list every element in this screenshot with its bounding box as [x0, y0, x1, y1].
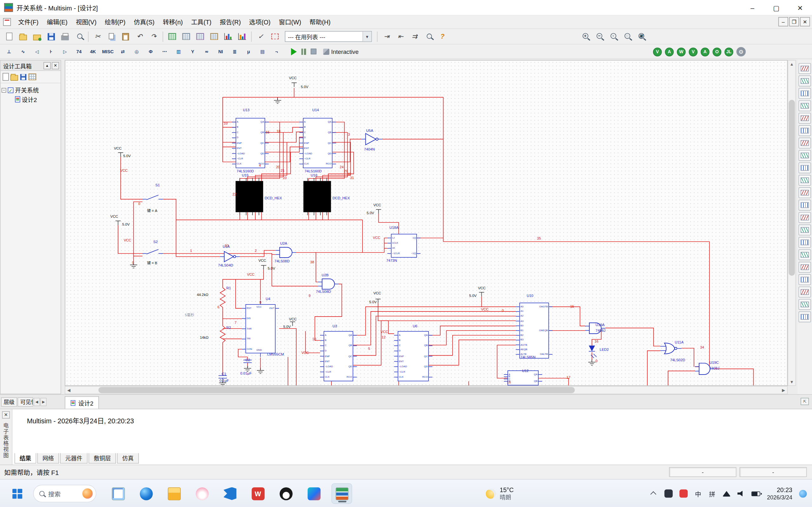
media-app-icon[interactable]: [304, 483, 324, 504]
menu-item-8[interactable]: 选项(O): [245, 15, 275, 29]
mdi-minimize-button[interactable]: –: [778, 17, 788, 26]
scroll-up-arrow[interactable]: ▲: [788, 60, 796, 68]
export-icon[interactable]: ⇥: [380, 31, 393, 43]
paste-icon[interactable]: [119, 31, 132, 43]
menu-item-1[interactable]: 编辑(E): [43, 15, 71, 29]
place-peripherals-icon[interactable]: ▥: [172, 46, 185, 58]
horizontal-scrollbar[interactable]: ◀ ▶: [65, 386, 788, 394]
forward-annotate-icon[interactable]: ⇉: [408, 31, 421, 43]
scroll-right-arrow[interactable]: ▶: [780, 387, 787, 394]
erc-icon[interactable]: ✓: [254, 31, 267, 43]
multimeter-icon[interactable]: [799, 63, 811, 74]
zoom-out-icon[interactable]: −: [592, 31, 605, 43]
open-sample-icon[interactable]: [31, 31, 44, 43]
place-indicator-icon[interactable]: ◎: [131, 46, 143, 58]
place-ttl-icon[interactable]: 74: [72, 46, 86, 58]
toolbox-new-icon[interactable]: [3, 73, 9, 80]
place-electromech-icon[interactable]: ≂: [200, 46, 213, 58]
database-icon[interactable]: [194, 31, 207, 43]
logic-converter-icon[interactable]: [799, 163, 811, 173]
spreadsheet-tab-4[interactable]: 仿真: [117, 453, 139, 464]
menu-item-10[interactable]: 帮助(H): [305, 15, 335, 29]
probe-voltage-current-icon[interactable]: A: [701, 47, 710, 56]
probe-reference-icon[interactable]: O: [713, 47, 722, 56]
mdi-restore-button[interactable]: ❐: [789, 17, 799, 26]
open-icon[interactable]: [16, 31, 30, 43]
place-basic-icon[interactable]: ∿: [16, 46, 30, 58]
scroll-left-arrow[interactable]: ◀: [65, 387, 72, 394]
find-icon[interactable]: [422, 31, 435, 43]
agilent-oscilloscope-icon[interactable]: [799, 262, 811, 273]
print-preview-icon[interactable]: [72, 31, 86, 43]
tree-expander-icon[interactable]: −: [2, 88, 6, 93]
spectrum-analyzer-icon[interactable]: [799, 212, 811, 223]
task-view-button[interactable]: [108, 483, 129, 504]
agilent-function-generator-icon[interactable]: [799, 237, 811, 248]
in-use-list-dropdown[interactable]: --- 在用列表 ---▾: [285, 31, 372, 42]
menu-item-4[interactable]: 仿真(S): [130, 15, 159, 29]
vertical-scroll-thumb[interactable]: [789, 100, 795, 276]
tray-dark-app-icon[interactable]: [664, 488, 673, 499]
tektronix-oscilloscope-icon[interactable]: [799, 274, 811, 285]
scroll-down-arrow[interactable]: ▼: [788, 378, 796, 385]
back-annotate-icon[interactable]: ⇤: [394, 31, 407, 43]
edge-browser-icon[interactable]: [136, 483, 156, 504]
zoom-fit-icon[interactable]: ◌: [620, 31, 633, 43]
tree-node-sheet[interactable]: 设计2: [2, 95, 60, 104]
place-bus-icon[interactable]: ¬: [270, 46, 283, 58]
menu-item-0[interactable]: 文件(F): [14, 15, 43, 29]
breadboard-icon[interactable]: [165, 31, 179, 43]
qq-icon[interactable]: [275, 483, 296, 504]
place-misc-digital-icon[interactable]: MISC: [101, 46, 115, 58]
probe-current-icon[interactable]: A: [665, 47, 674, 56]
probe-power-icon[interactable]: W: [677, 47, 686, 56]
menu-item-7[interactable]: 报告(R): [216, 15, 245, 29]
vscode-icon[interactable]: [219, 483, 240, 504]
place-hierarchical-icon[interactable]: ▤: [256, 46, 269, 58]
place-transistor-icon[interactable]: ⊦: [44, 46, 57, 58]
horizontal-scroll-thumb[interactable]: [98, 387, 575, 393]
tab-visibility[interactable]: 可见性: [18, 397, 33, 406]
schematic-canvas[interactable]: [65, 60, 788, 386]
place-connector-icon[interactable]: ≣: [228, 46, 241, 58]
stop-simulation-button[interactable]: [310, 49, 316, 54]
toolbox-close-button[interactable]: ✕: [52, 62, 59, 69]
zoom-in-icon[interactable]: +: [578, 31, 591, 43]
place-rf-icon[interactable]: Y: [186, 46, 199, 58]
labview-instrument-icon[interactable]: [799, 286, 811, 297]
window-close-button[interactable]: ✕: [788, 0, 812, 15]
zoom-area-icon[interactable]: ▫: [606, 31, 619, 43]
wifi-icon[interactable]: [722, 488, 731, 499]
distortion-analyzer-icon[interactable]: [799, 200, 811, 210]
menu-item-5[interactable]: 转移(n): [159, 15, 187, 29]
save-icon[interactable]: [44, 31, 57, 43]
menu-item-6[interactable]: 工具(T): [187, 15, 215, 29]
spreadsheet-tab-1[interactable]: 网络: [38, 453, 59, 464]
menu-item-3[interactable]: 绘制(P): [101, 15, 130, 29]
tray-expand-chevron[interactable]: [651, 488, 658, 499]
postprocessor-icon[interactable]: [236, 31, 249, 43]
ni-elvis-icon[interactable]: [799, 299, 811, 310]
checked-design-icon[interactable]: ✓: [8, 87, 13, 93]
taskbar-search-box[interactable]: 搜索: [33, 485, 96, 503]
place-power-icon[interactable]: Φ: [144, 46, 157, 58]
spreadsheet-close-button[interactable]: ✕: [2, 411, 10, 418]
window-minimize-button[interactable]: –: [741, 0, 764, 15]
mdi-close-button[interactable]: ✕: [800, 17, 810, 26]
ime-mode-indicator[interactable]: 中: [694, 488, 702, 499]
toolbox-save-icon[interactable]: [20, 74, 26, 80]
tray-red-app-icon[interactable]: [679, 488, 688, 499]
place-ni-icon[interactable]: NI: [214, 46, 227, 58]
four-channel-oscilloscope-icon[interactable]: [799, 113, 811, 124]
interactive-mode[interactable]: Interactive: [323, 49, 359, 55]
undo-icon[interactable]: ↶: [133, 31, 146, 43]
volume-icon[interactable]: [738, 488, 745, 499]
sheet-tab-design2[interactable]: 设计2: [65, 396, 99, 409]
spreadsheet-tab-0[interactable]: 结果: [14, 453, 37, 464]
vertical-scrollbar[interactable]: ▲ ▼: [788, 60, 796, 386]
wps-office-icon[interactable]: W: [247, 483, 268, 504]
network-analyzer-icon[interactable]: [799, 225, 811, 235]
component-wizard-icon[interactable]: [208, 31, 221, 43]
toolbox-open-icon[interactable]: [10, 75, 18, 80]
taskbar-weather-widget[interactable]: 15°C 晴朗: [486, 480, 513, 507]
